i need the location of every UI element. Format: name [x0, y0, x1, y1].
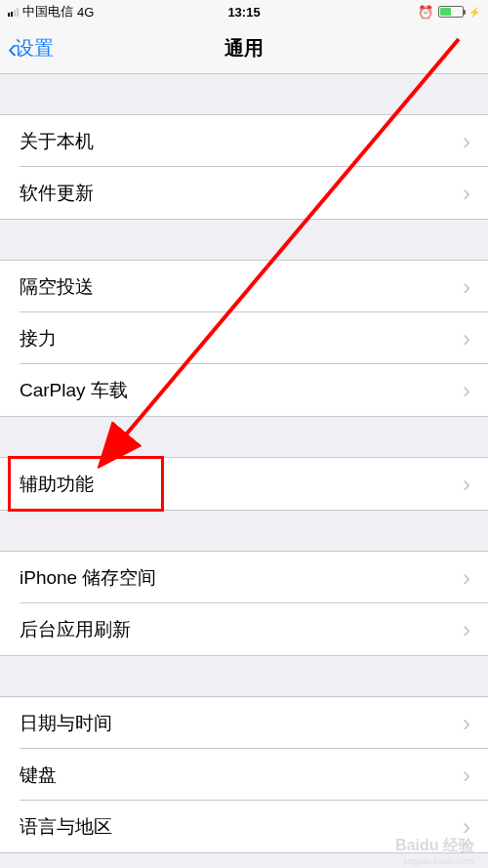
- list-group-3: 辅助功能 ›: [0, 457, 488, 511]
- item-label: iPhone 储存空间: [20, 565, 156, 591]
- chevron-right-icon: ›: [463, 616, 470, 643]
- network-label: 4G: [77, 5, 94, 20]
- item-label: 日期与时间: [20, 711, 112, 736]
- item-label: 键盘: [20, 763, 57, 788]
- status-time: 13:15: [227, 5, 260, 20]
- item-label: 隔空投送: [20, 274, 94, 300]
- list-group-4: iPhone 储存空间 › 后台应用刷新 ›: [0, 551, 488, 656]
- chevron-right-icon: ›: [463, 762, 470, 789]
- watermark-sub: jingyan.baidu.com: [403, 856, 474, 866]
- chevron-right-icon: ›: [463, 471, 470, 498]
- item-label: 关于本机: [20, 129, 94, 154]
- back-button[interactable]: ‹ 设置: [0, 35, 54, 62]
- list-group-1: 关于本机 › 软件更新 ›: [0, 114, 488, 220]
- chevron-right-icon: ›: [463, 180, 470, 207]
- item-label: 辅助功能: [20, 472, 94, 497]
- item-carplay[interactable]: CarPlay 车载 ›: [0, 364, 488, 416]
- item-date-time[interactable]: 日期与时间 ›: [0, 697, 488, 749]
- list-group-2: 隔空投送 › 接力 › CarPlay 车载 ›: [0, 260, 488, 417]
- item-label: 后台应用刷新: [20, 617, 131, 642]
- chevron-right-icon: ›: [463, 128, 470, 155]
- chevron-right-icon: ›: [463, 273, 470, 301]
- item-software-update[interactable]: 软件更新 ›: [0, 167, 488, 219]
- item-about[interactable]: 关于本机 ›: [0, 115, 488, 167]
- carrier-label: 中国电信: [22, 3, 73, 21]
- item-label: 软件更新: [20, 181, 94, 206]
- chevron-right-icon: ›: [463, 325, 470, 352]
- item-label: CarPlay 车载: [20, 378, 128, 403]
- item-handoff[interactable]: 接力 ›: [0, 312, 488, 364]
- item-storage[interactable]: iPhone 储存空间 ›: [0, 552, 488, 603]
- item-background-refresh[interactable]: 后台应用刷新 ›: [0, 603, 488, 655]
- back-label: 设置: [15, 35, 54, 62]
- charging-icon: ⚡: [468, 7, 480, 18]
- nav-bar: ‹ 设置 通用: [0, 23, 488, 74]
- chevron-right-icon: ›: [463, 564, 470, 592]
- page-title: 通用: [224, 35, 264, 62]
- status-bar: 中国电信 4G 13:15 ⏰ ⚡: [0, 0, 488, 23]
- battery-icon: [438, 6, 464, 18]
- item-accessibility[interactable]: 辅助功能 ›: [0, 458, 488, 510]
- item-label: 接力: [20, 326, 57, 351]
- status-right: ⏰ ⚡: [418, 5, 480, 20]
- signal-icon: [8, 7, 19, 17]
- chevron-right-icon: ›: [463, 377, 470, 404]
- alarm-icon: ⏰: [418, 5, 433, 20]
- status-left: 中国电信 4G: [8, 3, 94, 21]
- watermark: Baidu 经验: [395, 836, 474, 856]
- item-keyboard[interactable]: 键盘 ›: [0, 749, 488, 801]
- item-label: 语言与地区: [20, 814, 112, 840]
- item-airdrop[interactable]: 隔空投送 ›: [0, 261, 488, 312]
- chevron-right-icon: ›: [463, 710, 470, 737]
- list-group-5: 日期与时间 › 键盘 › 语言与地区 ›: [0, 696, 488, 853]
